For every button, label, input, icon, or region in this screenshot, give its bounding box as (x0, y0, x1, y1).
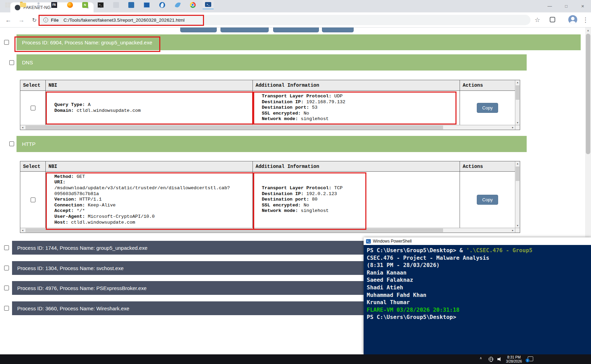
ps-line-prompt: PS C:\Users\Group5\Desktop> (367, 313, 588, 321)
http-uri: URI:/msdownload/update/v3/static/trusted… (54, 180, 252, 197)
notepad-icon[interactable]: N (79, 0, 90, 9)
window-maximize-button[interactable]: □ (558, 0, 574, 12)
scroll-thumb[interactable] (25, 126, 443, 129)
feather-app-icon[interactable] (172, 0, 183, 9)
tray-clock[interactable]: 8:31 PM 3/28/2026 (504, 355, 524, 363)
bookmark-star-icon[interactable]: ☆ (533, 15, 542, 25)
back-button[interactable]: ← (3, 15, 13, 25)
dns-section-header[interactable]: DNS (17, 54, 527, 71)
dns-ssl-encrypted: SSL encrypted:No (262, 111, 460, 117)
partial-button-3[interactable] (273, 28, 319, 32)
scroll-track[interactable] (515, 166, 520, 223)
http-column-select: Select (20, 161, 46, 172)
user-app-icon[interactable] (33, 0, 44, 9)
scroll-up-icon[interactable]: ▲ (515, 161, 520, 166)
page-info-icon[interactable]: i (43, 18, 48, 22)
url-scheme-label: File (51, 18, 58, 23)
scroll-left-icon[interactable]: ◄ (20, 125, 25, 130)
http-table-vertical-scrollbar[interactable]: ▲ ▼ (515, 161, 520, 228)
http-row-checkbox[interactable] (31, 197, 35, 202)
dns-network-mode: Network mode:singlehost (262, 116, 460, 122)
url-bar[interactable]: i File C:/Tools/fakenet/fakenet3.5/repor… (39, 15, 530, 25)
http-table-horizontal-scrollbar[interactable]: ◄ ► (20, 228, 515, 233)
app-icon-9[interactable] (126, 0, 137, 9)
scroll-down-icon[interactable]: ▼ (515, 223, 520, 228)
dns-table-horizontal-scrollbar[interactable]: ◄ ► (20, 125, 515, 130)
process-6904-checkbox[interactable] (4, 40, 9, 45)
window-close-button[interactable]: × (574, 0, 591, 12)
dns-row-checkbox[interactable] (31, 106, 35, 110)
app-icon-10[interactable] (141, 0, 152, 9)
scroll-thumb[interactable] (516, 85, 519, 100)
forward-button[interactable]: → (17, 15, 26, 25)
process-3660-checkbox[interactable] (4, 306, 9, 311)
dns-row-select-cell (20, 91, 46, 125)
window-minimize-button[interactable]: — (541, 0, 558, 12)
page-scroll-thumb[interactable] (586, 34, 590, 154)
tray-chevron-icon[interactable]: ∧ (480, 356, 482, 360)
scroll-track[interactable] (25, 228, 511, 233)
process-6904-header[interactable]: Process ID: 6904, Process Name: group5_u… (17, 34, 581, 50)
dns-column-select: Select (20, 80, 46, 91)
chrome-icon[interactable] (187, 0, 198, 9)
fakenet-icon[interactable]: FN (49, 0, 60, 9)
scroll-track[interactable] (25, 125, 511, 130)
profile-avatar[interactable] (568, 15, 577, 24)
dns-copy-button[interactable]: Copy (477, 103, 498, 113)
http-table: Select NBI Additional Information Action… (20, 161, 520, 233)
http-row-select-cell (20, 172, 46, 228)
http-copy-button[interactable]: Copy (477, 195, 498, 205)
process-1744-checkbox[interactable] (4, 245, 9, 250)
scroll-down-icon[interactable]: ▼ (515, 120, 520, 125)
extensions-icon[interactable] (550, 17, 555, 22)
http-section-header[interactable]: HTTP (17, 136, 527, 152)
http-column-additional: Additional Information (253, 161, 460, 172)
http-transport-protocol: Transport Layer Protocol:TCP (262, 185, 460, 191)
firefox-icon[interactable] (64, 0, 75, 9)
dns-domain: Domain:ctldl.windowsupdate.com (54, 108, 252, 114)
url-text: C:/Tools/fakenet/fakenet3.5/report_20260… (63, 18, 184, 23)
dns-row-nbi-cell: Query Type:A Domain:ctldl.windowsupdate.… (46, 91, 253, 125)
partial-button-2[interactable] (221, 28, 269, 32)
process-4976-checkbox[interactable] (4, 286, 9, 290)
powershell-terminal[interactable]: PS C:\Users\Group5\Desktop> & '.\CSEC.47… (364, 245, 591, 354)
scroll-up-icon[interactable]: ▲ (585, 28, 591, 33)
wireshark-icon[interactable] (157, 0, 168, 9)
powershell-titlebar[interactable]: >_ Windows PowerShell (364, 237, 591, 245)
scroll-left-icon[interactable]: ◄ (20, 228, 25, 233)
network-icon[interactable] (488, 357, 493, 362)
app-icon-8[interactable] (110, 0, 121, 9)
scroll-thumb[interactable] (25, 228, 443, 232)
scroll-track[interactable] (515, 85, 520, 120)
dns-table-vertical-scrollbar[interactable]: ▲ ▼ (515, 80, 520, 125)
partial-button-4[interactable] (322, 28, 354, 32)
volume-icon[interactable] (497, 357, 502, 361)
http-column-nbi: NBI (46, 161, 253, 172)
process-1304-checkbox[interactable] (4, 266, 9, 270)
scroll-right-icon[interactable]: ► (511, 228, 515, 233)
menu-icon[interactable]: ⋮ (581, 15, 590, 25)
reload-button[interactable]: ↻ (30, 15, 39, 25)
http-host: Host:ctldl.windowsupdate.com (54, 220, 252, 226)
dns-table: Select NBI Additional Information Action… (20, 80, 520, 130)
windows-logo-icon (5, 2, 10, 8)
http-section-checkbox[interactable] (9, 141, 14, 146)
taskbar (0, 354, 591, 364)
ps-line: Saeed Falaknaz (367, 276, 588, 284)
http-column-actions: Actions (460, 161, 515, 172)
scroll-thumb[interactable] (516, 167, 519, 181)
powershell-window[interactable]: >_ Windows PowerShell PS C:\Users\Group5… (364, 237, 591, 354)
start-button[interactable] (2, 0, 13, 9)
partial-button-1[interactable] (180, 28, 217, 32)
dns-section-label: DNS (22, 60, 33, 65)
http-section-label: HTTP (22, 141, 35, 147)
dns-section-checkbox[interactable] (9, 60, 14, 65)
powershell-taskbar-icon[interactable]: >_ (203, 0, 214, 9)
ps-line: Rania Kanaan (367, 269, 588, 277)
tray-date: 3/28/2026 (504, 360, 524, 364)
scroll-right-icon[interactable]: ► (511, 125, 515, 130)
scroll-up-icon[interactable]: ▲ (515, 80, 520, 85)
ps-line: Krunal Thumar (367, 299, 588, 306)
file-explorer-icon[interactable] (18, 0, 29, 9)
terminal-icon[interactable]: >_ (95, 0, 106, 9)
